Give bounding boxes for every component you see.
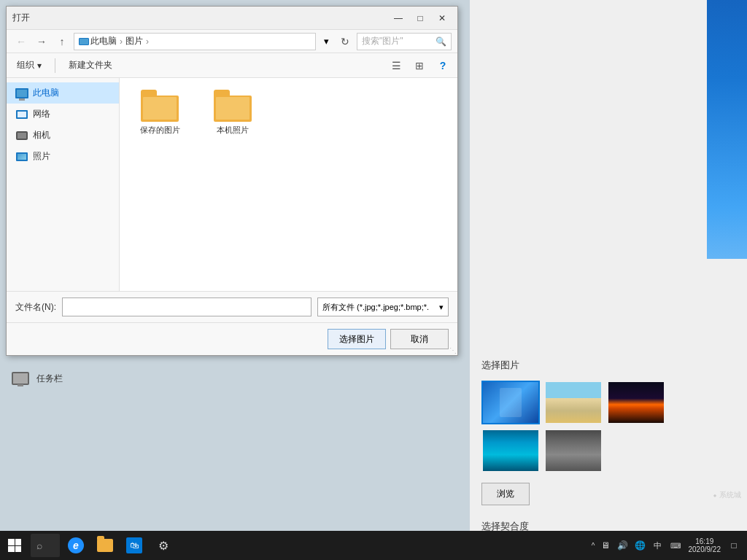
- close-button[interactable]: ✕: [433, 11, 452, 26]
- folder-saved-pictures[interactable]: 保存的图片: [127, 85, 193, 139]
- breadcrumb-sep2: ›: [146, 36, 149, 47]
- file-area: 保存的图片 本机照片: [120, 78, 457, 291]
- tray-network[interactable]: 🖥: [598, 538, 613, 553]
- nav-item-network[interactable]: 网络: [7, 104, 119, 125]
- dialog-actions: 选择图片 取消: [7, 322, 457, 355]
- view-button-1[interactable]: ☰: [387, 57, 405, 74]
- taskbar-ie[interactable]: e: [61, 531, 90, 560]
- new-folder-label: 新建文件夹: [69, 59, 112, 71]
- dialog-title: 打开: [12, 12, 30, 24]
- filename-label: 文件名(N):: [15, 301, 56, 314]
- refresh-button[interactable]: ↻: [336, 33, 354, 50]
- new-folder-button[interactable]: 新建文件夹: [64, 56, 117, 75]
- tray-lang[interactable]: 中: [651, 538, 665, 553]
- filetype-value: 所有文件 (*.jpg;*.jpeg;*.bmp;*.: [322, 302, 429, 313]
- system-tray: ^ 🖥 🔊 🌐 中 ⌨ 16:19 2020/9/22 □: [586, 537, 747, 553]
- settings-icon: ⚙: [155, 537, 171, 553]
- taskbar-store[interactable]: 🛍: [120, 531, 149, 560]
- tray-time-value: 16:19: [695, 537, 713, 545]
- maximize-button[interactable]: □: [411, 11, 430, 26]
- nav-panel: 此电脑 网络 相机: [7, 78, 120, 291]
- view-button-2[interactable]: ⊞: [411, 57, 428, 74]
- file-dialog: 打开 — □ ✕ ← → ↑ 此电脑: [6, 6, 458, 356]
- nav-label-computer: 此电脑: [33, 87, 59, 99]
- address-dropdown-button[interactable]: ▾: [319, 34, 333, 50]
- desktop: 选择图片 浏览 选择契合度 填充 ▾: [0, 0, 747, 531]
- folder-icon-saved: [141, 90, 179, 122]
- search-placeholder: 搜索"图片": [362, 35, 403, 47]
- filename-input[interactable]: [62, 298, 311, 316]
- search-bar[interactable]: 搜索"图片" 🔍: [357, 33, 452, 50]
- organize-label: 组织: [17, 59, 34, 71]
- organize-arrow: ▾: [37, 61, 42, 71]
- taskbar: ⌕ e 🛍 ⚙ ^ 🖥 🔊 🌐 中 ⌨ 16:19 2020/9/22 □: [0, 531, 747, 560]
- breadcrumb-sep1: ›: [120, 36, 123, 47]
- filetype-select[interactable]: 所有文件 (*.jpg;*.jpeg;*.bmp;*. ▾: [317, 298, 449, 316]
- minimize-button[interactable]: —: [389, 11, 408, 26]
- camera-icon: [15, 130, 28, 141]
- filetype-arrow: ▾: [439, 303, 444, 312]
- tray-keyboard[interactable]: ⌨: [668, 538, 683, 553]
- cancel-button[interactable]: 取消: [390, 329, 449, 349]
- start-button[interactable]: [0, 531, 29, 560]
- command-bar: 组织 ▾ 新建文件夹 ☰ ⊞ ?: [7, 53, 457, 78]
- network-icon: [15, 109, 28, 120]
- organize-button[interactable]: 组织 ▾: [12, 56, 46, 75]
- folder-local-photos[interactable]: 本机照片: [200, 85, 266, 139]
- dialog-controls: — □ ✕: [389, 11, 452, 26]
- resize-handle[interactable]: ⋱: [449, 346, 457, 355]
- tray-up-arrow[interactable]: ^: [592, 542, 595, 550]
- resize-icon: ⋱: [449, 346, 457, 354]
- nav-item-computer[interactable]: 此电脑: [7, 82, 119, 104]
- nav-label-camera: 相机: [33, 129, 50, 141]
- help-button[interactable]: ?: [434, 57, 452, 74]
- taskbar-explorer[interactable]: [90, 531, 120, 560]
- taskbar-settings[interactable]: ⚙: [149, 531, 178, 560]
- computer-icon: [15, 88, 28, 99]
- breadcrumb-computer: 此电脑: [90, 35, 117, 47]
- explorer-icon: [97, 539, 113, 552]
- search-button[interactable]: ⌕: [31, 534, 60, 557]
- search-icon: ⌕: [36, 540, 42, 551]
- tray-volume[interactable]: 🔊: [616, 538, 630, 553]
- folder-icon-local: [214, 90, 252, 122]
- nav-item-camera[interactable]: 相机: [7, 125, 119, 146]
- open-button[interactable]: 选择图片: [328, 329, 386, 349]
- breadcrumb-pictures: 图片: [125, 35, 143, 47]
- address-bar[interactable]: 此电脑 › 图片 ›: [74, 33, 316, 50]
- nav-label-photos: 照片: [33, 150, 50, 163]
- dialog-bottom: 文件名(N): 所有文件 (*.jpg;*.jpeg;*.bmp;*. ▾: [7, 291, 457, 322]
- photos-icon: [15, 151, 28, 163]
- tray-clock[interactable]: 16:19 2020/9/22: [686, 537, 724, 553]
- tray-notification[interactable]: □: [727, 538, 741, 553]
- dialog-main: 此电脑 网络 相机: [7, 78, 457, 291]
- cmd-divider: [55, 58, 55, 73]
- back-button[interactable]: ←: [12, 33, 30, 50]
- folder-name-local: 本机照片: [217, 125, 249, 135]
- nav-item-photos[interactable]: 照片: [7, 146, 119, 167]
- dialog-overlay: 打开 — □ ✕ ← → ↑ 此电脑: [0, 0, 747, 531]
- forward-button[interactable]: →: [33, 33, 50, 50]
- breadcrumb: 此电脑 › 图片 ›: [79, 35, 149, 47]
- store-icon: 🛍: [126, 537, 142, 553]
- tray-date-value: 2020/9/22: [689, 545, 721, 553]
- tray-network2[interactable]: 🌐: [633, 538, 648, 553]
- ie-icon: e: [68, 537, 84, 553]
- nav-label-network: 网络: [33, 108, 50, 120]
- folder-name-saved: 保存的图片: [140, 125, 180, 135]
- dialog-toolbar: ← → ↑ 此电脑 › 图片 › ▾ ↻: [7, 30, 457, 53]
- dialog-titlebar: 打开 — □ ✕: [7, 7, 457, 30]
- windows-logo: [8, 539, 21, 552]
- search-icon: 🔍: [436, 36, 446, 47]
- tray-lang-label: 中: [654, 540, 662, 551]
- up-button[interactable]: ↑: [53, 33, 71, 50]
